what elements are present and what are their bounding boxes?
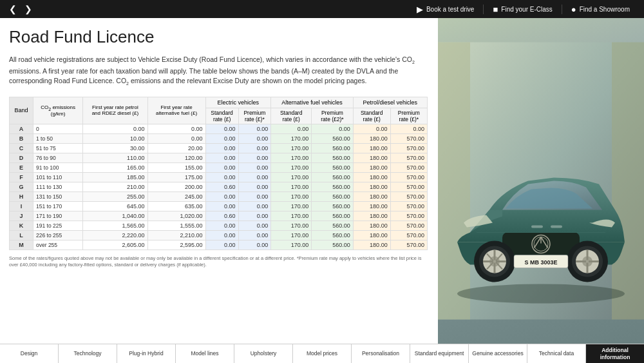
elec-std-cell: 0.00 (205, 153, 238, 162)
location-icon: ● (571, 5, 576, 14)
bottom-nav-technical-data[interactable]: Technical data (527, 344, 586, 363)
bottom-nav-genuine-accessories[interactable]: Genuine accessories (469, 344, 527, 363)
find-eclass-button[interactable]: ■ Find your E-Class (483, 5, 561, 14)
alt-prem-cell: 560.00 (312, 182, 354, 191)
co2-cell: 91 to 100 (33, 162, 82, 172)
alt-fuel-vehicles-header: Alternative fuel vehicles (271, 97, 354, 108)
alt-std-cell: 170.00 (271, 162, 312, 172)
elec-prem-cell: 0.00 (238, 201, 271, 211)
pet-prem-rate-header: Premiumrate (£)* (390, 108, 427, 124)
first-year-petrol-cell: 2,605.00 (83, 240, 147, 250)
alt-prem-cell: 560.00 (312, 153, 354, 162)
band-cell: D (10, 153, 33, 162)
elec-std-cell: 0.00 (205, 201, 238, 211)
co2-cell: 131 to 150 (33, 191, 82, 201)
book-test-drive-label: Book a test drive (426, 6, 474, 13)
svg-text:S MB 3003E: S MB 3003E (524, 259, 557, 266)
band-cell: B (10, 133, 33, 143)
next-arrow-button[interactable]: ❯ (21, 4, 36, 14)
table-row: G 111 to 130 210.00 200.00 0.60 0.00 170… (10, 182, 428, 191)
first-year-alt-header: First year ratealternative fuel (£) (147, 97, 205, 124)
pet-std-cell: 0.00 (353, 124, 390, 133)
petrol-vehicles-header: Petrol/diesel vehicles (353, 97, 427, 108)
pet-std-cell: 180.00 (353, 162, 390, 172)
elec-std-cell: 0.00 (205, 191, 238, 201)
band-cell: F (10, 172, 33, 182)
elec-std-cell: 0.60 (205, 182, 238, 191)
svg-rect-1 (438, 43, 470, 320)
find-showroom-button[interactable]: ● Find a Showroom (562, 5, 639, 14)
pet-std-cell: 180.00 (353, 191, 390, 201)
table-row: M over 255 2,605.00 2,595.00 0.00 0.00 1… (10, 240, 428, 250)
left-content-area: Road Fund Licence All road vehicle regis… (0, 18, 438, 344)
co2-cell: 151 to 170 (33, 201, 82, 211)
pet-std-cell: 180.00 (353, 182, 390, 191)
co2-cell: 1 to 50 (33, 133, 82, 143)
first-year-petrol-cell: 30.00 (83, 143, 147, 153)
table-row: A 0 0.00 0.00 0.00 0.00 0.00 0.00 0.00 0… (10, 124, 428, 133)
elec-std-cell: 0.00 (205, 143, 238, 153)
elec-std-cell: 0.00 (205, 133, 238, 143)
alt-std-rate-header: Standardrate (£) (271, 108, 312, 124)
bottom-nav-standard-equipment[interactable]: Standard equipment (410, 344, 469, 363)
first-year-petrol-cell: 0.00 (83, 124, 147, 133)
alt-prem-cell: 0.00 (312, 124, 354, 133)
bottom-nav-model-prices[interactable]: Model prices (293, 344, 352, 363)
band-cell: G (10, 182, 33, 191)
pet-std-cell: 180.00 (353, 221, 390, 230)
bottom-nav-upholstery[interactable]: Upholstery (234, 344, 293, 363)
elec-std-cell: 0.00 (205, 162, 238, 172)
pet-std-cell: 180.00 (353, 172, 390, 182)
alt-prem-cell: 560.00 (312, 221, 354, 230)
elec-std-cell: 0.00 (205, 240, 238, 250)
first-year-alt-cell: 635.00 (147, 201, 205, 211)
pet-prem-cell: 570.00 (390, 172, 427, 182)
elec-std-cell: 0.00 (205, 221, 238, 230)
bottom-nav-personalisation[interactable]: Personalisation (352, 344, 410, 363)
pet-prem-cell: 570.00 (390, 143, 427, 153)
footnote-text: Some of the rates/figures quoted above m… (9, 255, 428, 269)
first-year-alt-cell: 245.00 (147, 191, 205, 201)
pet-prem-cell: 570.00 (390, 191, 427, 201)
nav-actions: ▶ Book a test drive ■ Find your E-Class … (408, 5, 639, 14)
bottom-nav-model-lines[interactable]: Model lines (176, 344, 234, 363)
co2-cell: 101 to 110 (33, 172, 82, 182)
co2-cell: 171 to 190 (33, 211, 82, 221)
elec-std-rate-header: Standardrate (£) (205, 108, 238, 124)
car-photo: S MB 3003E (438, 18, 644, 344)
alt-std-cell: 170.00 (271, 221, 312, 230)
first-year-alt-cell: 0.00 (147, 124, 205, 133)
bottom-nav-additional-information[interactable]: Additional information (586, 344, 644, 363)
co2-header: CO2 emissions(g/km) (33, 97, 82, 124)
bottom-nav-design[interactable]: Design (0, 344, 59, 363)
car-image: S MB 3003E (438, 18, 644, 344)
pet-prem-cell: 570.00 (390, 201, 427, 211)
car-illustration: S MB 3003E (438, 18, 644, 344)
rfl-table-wrapper: Band CO2 emissions(g/km) First year rate… (9, 97, 428, 250)
first-year-alt-cell: 1,020.00 (147, 211, 205, 221)
pet-std-cell: 180.00 (353, 143, 390, 153)
book-test-drive-button[interactable]: ▶ Book a test drive (408, 5, 483, 14)
find-eclass-label: Find your E-Class (501, 6, 552, 13)
band-cell: K (10, 221, 33, 230)
table-row: C 51 to 75 30.00 20.00 0.00 0.00 170.00 … (10, 143, 428, 153)
first-year-alt-cell: 1,555.00 (147, 221, 205, 230)
alt-prem-cell: 560.00 (312, 172, 354, 182)
svg-point-3 (457, 284, 625, 304)
co2-cell: over 255 (33, 240, 82, 250)
co2-cell: 191 to 225 (33, 221, 82, 230)
pet-prem-cell: 570.00 (390, 153, 427, 162)
bottom-nav-technology[interactable]: Technology (59, 344, 117, 363)
elec-prem-cell: 0.00 (238, 240, 271, 250)
elec-std-cell: 0.00 (205, 172, 238, 182)
first-year-petrol-cell: 165.00 (83, 162, 147, 172)
table-row: J 171 to 190 1,040.00 1,020.00 0.60 0.00… (10, 211, 428, 221)
prev-arrow-button[interactable]: ❮ (5, 4, 21, 14)
bottom-nav-plugin-hybrid[interactable]: Plug-in Hybrid (117, 344, 176, 363)
elec-prem-cell: 0.00 (238, 162, 271, 172)
table-row: F 101 to 110 185.00 175.00 0.00 0.00 170… (10, 172, 428, 182)
co2-cell: 0 (33, 124, 82, 133)
pet-prem-cell: 0.00 (390, 124, 427, 133)
elec-prem-cell: 0.00 (238, 153, 271, 162)
pet-prem-cell: 570.00 (390, 221, 427, 230)
